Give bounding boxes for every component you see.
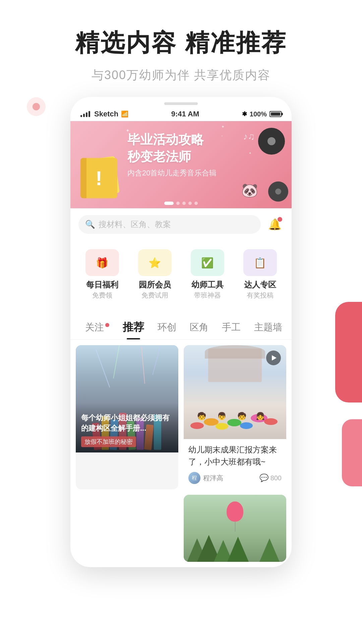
search-icon: 🔍 [85, 220, 95, 229]
content-card-forest[interactable] [184, 495, 286, 562]
pink-dot-inner [33, 103, 40, 110]
comment-count: 800 [270, 474, 282, 482]
card-outdoor-meta: 程 程泮高 💬 800 [188, 472, 282, 484]
vinyl-record-large [258, 128, 285, 155]
comment-icon: 💬 [259, 474, 268, 482]
tab-recommend[interactable]: 推荐 [116, 315, 151, 339]
cat-title-0: 每日福利 [86, 279, 118, 290]
tab-huan-chuang[interactable]: 环创 [151, 316, 183, 338]
cat-title-1: 园所会员 [139, 279, 171, 290]
status-right: ✱ 100% [242, 110, 282, 118]
banner-subtitle: 内含20首幼儿走秀音乐合辑 [127, 168, 217, 178]
child-figure-2: 👦 [217, 412, 226, 421]
tabs-row: 关注 推荐 环创 区角 手工 主题墙 视频 [70, 312, 292, 340]
category-tools[interactable]: ✅ 幼师工具 带班神器 [181, 244, 234, 305]
notification-bell-button[interactable]: 🔔 [266, 216, 284, 233]
banner-dot-3[interactable] [188, 202, 192, 205]
banner-text: 毕业活动攻略 秒变老法师 内含20首幼儿走秀音乐合辑 [127, 131, 217, 178]
carrier-name: Sketch [94, 110, 118, 118]
phone-notch-bar [70, 97, 292, 107]
card-comments: 💬 800 [259, 474, 282, 482]
red-deco-right [335, 302, 362, 402]
banner-illustration [80, 158, 124, 202]
music-notes: ♪♫ [243, 131, 255, 142]
vinyl-record-small [268, 181, 288, 202]
card-outdoor-image: 🧒 👦 🧒 👧 [184, 345, 286, 439]
card-outdoor-info: 幼儿期末成果汇报方案来了，小中大班都有哦~ 程 程泮高 💬 800 [184, 439, 286, 489]
tab-video[interactable]: 视频 [289, 316, 292, 338]
child-figure-1: 🧒 [197, 412, 206, 421]
content-card-outdoor[interactable]: 🧒 👦 🧒 👧 幼儿期末成果汇报方案来了，小中大班都有哦~ [184, 345, 286, 489]
cat-title-2: 幼师工具 [191, 279, 224, 290]
card-outdoor-desc: 幼儿期末成果汇报方案来了，小中大班都有哦~ [188, 444, 282, 468]
battery-fill [271, 112, 280, 116]
child-figure-3: 🧒 [237, 412, 246, 421]
cat-sub-3: 有奖投稿 [247, 291, 274, 300]
list-icon: 📋 [254, 257, 266, 269]
cat-title-3: 达人专区 [244, 279, 276, 290]
daily-welfare-icon-box: 🎁 [85, 249, 119, 276]
card-craft-overlay: 每个幼师小姐姐都必须拥有的建构区全解手册... 放假不加班的秘密 [76, 403, 178, 452]
cat-sub-0: 免费领 [92, 291, 112, 300]
page-main-title: 精选内容 精准推荐 [20, 27, 342, 59]
phone-frame: Sketch 📶 9:41 AM ✱ 100% ✦ ✦ ✦ ✦ + + [70, 97, 292, 567]
card-craft-text: 每个幼师小姐姐都必须拥有的建构区全解手册... [81, 413, 173, 434]
status-left: Sketch 📶 [80, 110, 128, 118]
banner-dot-1[interactable] [176, 202, 180, 205]
signal-icon [80, 111, 90, 117]
author-avatar: 程 [188, 472, 200, 484]
category-grid: 🎁 每日福利 免费领 ⭐ 园所会员 免费试用 ✅ 幼师工具 带班神器 [70, 240, 292, 312]
gift-icon: 🎁 [96, 257, 108, 269]
banner-dots [164, 202, 198, 205]
cat-sub-2: 带班神器 [194, 291, 221, 300]
tab-follow[interactable]: 关注 [78, 316, 116, 338]
notification-badge [278, 217, 282, 222]
top-section: 精选内容 精准推荐 与300万幼师为伴 共享优质内容 [0, 0, 362, 97]
banner-title2: 秒变老法师 [127, 148, 217, 165]
red-deco-right2 [342, 419, 362, 486]
category-membership[interactable]: ⭐ 园所会员 免费试用 [128, 244, 181, 305]
cat-sub-1: 免费试用 [141, 291, 168, 300]
content-card-craft[interactable]: 每个幼师小姐姐都必须拥有的建构区全解手册... 放假不加班的秘密 [76, 345, 178, 489]
battery-percentage: 100% [250, 110, 267, 118]
card-craft-tag: 放假不加班的秘密 [81, 436, 136, 447]
author-name: 程泮高 [203, 474, 223, 483]
phone-notch-pill [164, 102, 198, 105]
status-bar: Sketch 📶 9:41 AM ✱ 100% [70, 107, 292, 121]
battery-icon [269, 111, 282, 117]
card-author: 程 程泮高 [188, 472, 223, 484]
banner-dot-0[interactable] [164, 202, 174, 205]
wifi-icon: 📶 [121, 110, 128, 118]
tools-icon-box: ✅ [191, 249, 224, 276]
search-input-wrap[interactable]: 🔍 搜材料、区角、教案 [78, 215, 261, 234]
child-figure-4: 👧 [256, 412, 265, 421]
panda-decoration: 🐼 [241, 182, 258, 198]
tab-handicraft[interactable]: 手工 [215, 316, 247, 338]
banner[interactable]: ✦ ✦ ✦ ✦ + + 毕业活动攻略 [70, 121, 292, 208]
star-icon: ⭐ [148, 257, 161, 269]
banner-dot-2[interactable] [182, 202, 186, 205]
page-subtitle: 与300万幼师为伴 共享优质内容 [20, 67, 342, 84]
search-area: 🔍 搜材料、区角、教案 🔔 [70, 208, 292, 240]
balloon [227, 501, 243, 522]
search-input[interactable]: 搜材料、区角、教案 [99, 219, 171, 230]
status-time: 9:41 AM [171, 110, 199, 118]
tab-follow-dot [105, 323, 109, 327]
tab-theme-wall[interactable]: 主题墙 [247, 316, 289, 338]
membership-icon-box: ⭐ [138, 249, 172, 276]
play-button[interactable] [266, 351, 281, 365]
play-triangle-icon [272, 355, 277, 361]
banner-dot-4[interactable] [194, 202, 198, 205]
check-icon: ✅ [201, 257, 214, 269]
category-expert[interactable]: 📋 达人专区 有奖投稿 [234, 244, 286, 305]
tab-qu-jiao[interactable]: 区角 [183, 316, 215, 338]
bluetooth-icon: ✱ [242, 110, 247, 118]
banner-title1: 毕业活动攻略 [127, 131, 217, 148]
category-daily-welfare[interactable]: 🎁 每日福利 免费领 [76, 244, 128, 305]
card-forest-image [184, 495, 286, 562]
expert-icon-box: 📋 [243, 249, 277, 276]
phone-wrapper: Sketch 📶 9:41 AM ✱ 100% ✦ ✦ ✦ ✦ + + [0, 97, 362, 587]
card-craft-image: 每个幼师小姐姐都必须拥有的建构区全解手册... 放假不加班的秘密 [76, 345, 178, 452]
content-grid: 每个幼师小姐姐都必须拥有的建构区全解手册... 放假不加班的秘密 [70, 340, 292, 567]
